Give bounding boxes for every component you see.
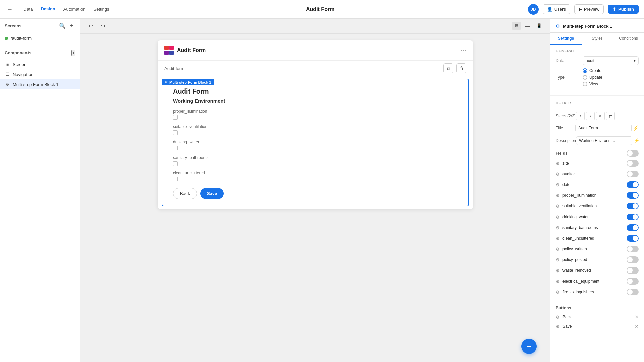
nav-settings[interactable]: Settings <box>90 5 113 13</box>
step-next-button[interactable]: › <box>586 112 595 120</box>
form-save-button[interactable]: Save <box>200 188 224 199</box>
field-gear-proper-illumination[interactable]: ⚙ <box>556 193 560 198</box>
more-options-icon[interactable]: ⋯ <box>460 47 466 54</box>
back-button[interactable]: ← <box>5 5 15 14</box>
step-close-button[interactable]: ✕ <box>596 112 605 120</box>
component-item-multistep[interactable]: ⚙ Multi-step Form Block 1 <box>0 79 80 89</box>
title-dynamic-icon[interactable]: ⚡ <box>633 125 639 131</box>
general-section: GENERAL Data audit ▾ Type Create <box>550 45 644 94</box>
details-header: DETAILS − <box>550 97 644 109</box>
canvas-area: ↩ ↪ 🖥 ▬ 📱 Audit Form <box>80 19 550 362</box>
description-input[interactable] <box>576 136 632 145</box>
users-button[interactable]: 👤 Users <box>543 4 570 14</box>
panel-header-title: Multi-step Form Block 1 <box>563 24 612 29</box>
checkbox-proper-illumination[interactable] <box>173 115 178 120</box>
redo-button[interactable]: ↪ <box>98 21 108 31</box>
field-toggle-fire-extinguishers[interactable] <box>627 289 639 295</box>
desktop-view-button[interactable]: 🖥 <box>512 22 521 30</box>
details-section-title: DETAILS <box>556 101 573 105</box>
field-gear-date[interactable]: ⚙ <box>556 182 560 187</box>
nav-data[interactable]: Data <box>20 5 36 13</box>
tablet-view-button[interactable]: ▬ <box>523 22 532 30</box>
publish-button[interactable]: ⬆ Publish <box>608 5 639 14</box>
checkbox-clean-uncluttered[interactable] <box>173 177 178 181</box>
field-toggle-suitable-ventilation[interactable] <box>627 203 639 209</box>
collapse-details-button[interactable]: − <box>636 100 639 106</box>
type-update[interactable]: Update <box>583 75 639 80</box>
radio-update-dot <box>583 75 587 80</box>
field-sanitary-bathrooms: sanitary_bathrooms <box>173 155 458 166</box>
tab-conditions[interactable]: Conditions <box>613 33 644 45</box>
field-toggle-auditor[interactable] <box>627 171 639 177</box>
btn-remove-save[interactable]: ✕ <box>635 324 639 329</box>
component-item-screen[interactable]: ▣ Screen <box>0 59 80 69</box>
field-toggle-electrical-equipment[interactable] <box>627 278 639 285</box>
step-share-button[interactable]: ⇄ <box>606 112 615 120</box>
field-toggle-clean-uncluttered[interactable] <box>627 235 639 242</box>
mobile-view-button[interactable]: 📱 <box>534 22 545 30</box>
btn-gear-back[interactable]: ⚙ <box>556 315 560 320</box>
field-toggle-policy-posted[interactable] <box>627 256 639 263</box>
checkbox-drinking-water[interactable] <box>173 146 178 150</box>
field-gear-electrical-equipment[interactable]: ⚙ <box>556 279 560 284</box>
type-create[interactable]: Create <box>583 68 639 73</box>
checkbox-suitable-ventilation[interactable] <box>173 130 178 135</box>
field-toggle-drinking-water[interactable] <box>627 214 639 220</box>
field-toggle-proper-illumination[interactable] <box>627 192 639 199</box>
top-nav-actions: JD 👤 Users ▶ Preview ⬆ Publish <box>528 4 639 15</box>
panel-divider-2 <box>550 299 644 299</box>
button-row-back: ⚙ Back ✕ <box>550 312 644 322</box>
radio-view-dot <box>583 82 587 86</box>
form-back-button[interactable]: Back <box>173 188 197 199</box>
field-row-clean-uncluttered: ⚙ clean_uncluttered <box>550 233 644 244</box>
duplicate-button[interactable]: ⧉ <box>443 63 453 73</box>
fields-master-toggle[interactable] <box>627 150 639 157</box>
field-toggle-policy-written[interactable] <box>627 246 639 252</box>
title-input[interactable] <box>575 124 632 132</box>
type-view[interactable]: View <box>583 82 639 86</box>
checkbox-sanitary-bathrooms[interactable] <box>173 161 178 166</box>
field-gear-sanitary-bathrooms[interactable]: ⚙ <box>556 225 560 230</box>
add-screen-button[interactable]: + <box>68 22 75 29</box>
data-select[interactable]: audit ▾ <box>583 56 639 65</box>
field-toggle-waste-removed[interactable] <box>627 267 639 274</box>
field-toggle-sanitary-bathrooms[interactable] <box>627 224 639 231</box>
field-gear-fire-extinguishers[interactable]: ⚙ <box>556 290 560 295</box>
app-preview-frame: Audit Form ⋯ Audit-form ⧉ 🗑 ⚙ <box>158 40 473 209</box>
undo-button[interactable]: ↩ <box>86 21 96 31</box>
field-gear-suitable-ventilation[interactable]: ⚙ <box>556 204 560 209</box>
step-prev-button[interactable]: ‹ <box>576 112 585 120</box>
field-gear-waste-removed[interactable]: ⚙ <box>556 268 560 273</box>
desc-dynamic-icon[interactable]: ⚡ <box>634 138 639 143</box>
field-gear-auditor[interactable]: ⚙ <box>556 172 560 177</box>
field-gear-drinking-water[interactable]: ⚙ <box>556 215 560 220</box>
radio-create-dot <box>583 68 587 73</box>
field-gear-policy-written[interactable]: ⚙ <box>556 247 560 252</box>
form-buttons: Back Save <box>173 188 458 199</box>
canvas-content: Audit Form ⋯ Audit-form ⧉ 🗑 ⚙ <box>80 34 550 362</box>
search-screens-button[interactable]: 🔍 <box>59 22 66 29</box>
field-gear-site[interactable]: ⚙ <box>556 161 560 166</box>
field-row-date: ⚙ date <box>550 179 644 190</box>
field-gear-policy-posted[interactable]: ⚙ <box>556 257 560 262</box>
component-item-navigation[interactable]: ☰ Navigation <box>0 69 80 79</box>
nav-automation[interactable]: Automation <box>60 5 89 13</box>
field-toggle-date[interactable] <box>627 181 639 188</box>
tab-settings[interactable]: Settings <box>550 33 582 45</box>
nav-design[interactable]: Design <box>37 5 58 13</box>
tab-styles[interactable]: Styles <box>582 33 613 45</box>
btn-gear-save[interactable]: ⚙ <box>556 324 560 329</box>
nav-links: Data Design Automation Settings <box>20 5 113 13</box>
view-mode-buttons: 🖥 ▬ 📱 <box>512 22 545 30</box>
form-block-wrapper: ⚙ Multi-step Form Block 1 Audit Form Wor… <box>162 79 469 206</box>
field-toggle-site[interactable] <box>627 160 639 167</box>
field-gear-clean-uncluttered[interactable]: ⚙ <box>556 236 560 241</box>
breadcrumb-bar: Audit-form ⧉ 🗑 <box>158 61 473 76</box>
steps-row: Steps (2/2) ‹ › ✕ ⇄ <box>550 109 644 122</box>
add-component-button[interactable]: + <box>71 50 75 56</box>
fab-add-button[interactable]: + <box>521 339 537 354</box>
preview-button[interactable]: ▶ Preview <box>574 4 604 14</box>
screen-item-audit-form[interactable]: /audit-form <box>0 33 80 43</box>
btn-remove-back[interactable]: ✕ <box>635 314 639 320</box>
delete-button[interactable]: 🗑 <box>456 63 466 73</box>
